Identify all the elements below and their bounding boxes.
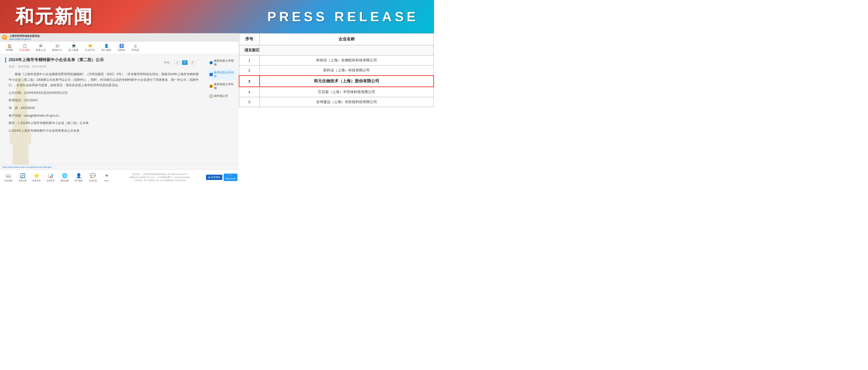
row-3-num: 3: [239, 76, 259, 87]
browser-nav-bar: 沪 上海市经济和信息化委员会 www.sheitc.sh.gov.cn: [0, 33, 239, 41]
toolbar-icon-group: 📖 经信资辉 🔄 在线办事 ⭐ 政务资讯 📊 在线资讯 🌐 网站地图: [1, 170, 114, 184]
zhengwu-icon: 🏛: [39, 44, 43, 48]
highlighted-company-row: 3 和元生物技术（上海）股份有限公司: [239, 76, 433, 87]
sitemap-icon: 🌐: [62, 173, 67, 179]
toolbar-info-text: 主办单位：上海市经济和信息化委员会 沪ICP备02106245号-2 邮编200…: [130, 173, 190, 182]
user-icon: 👤: [104, 44, 108, 48]
online-service-icon: 🔄: [20, 173, 25, 179]
govt-badge-icon: 🏛: [208, 176, 210, 179]
article-body: 根据《上海市优质中小企业梯度培育管理实施细则》（沪经信规范〔2022〕8号），经…: [5, 71, 200, 133]
nav-zhengwu[interactable]: 🏛 政务公开: [33, 41, 49, 54]
header-title-chinese: 和元新闻: [16, 4, 93, 29]
font-small-btn[interactable]: 小: [174, 60, 180, 65]
toolbar-data[interactable]: 📊 在线资讯: [43, 170, 58, 184]
row-3-company: 和元生物技术（上海）股份有限公司: [259, 76, 433, 87]
info-toolbar-icon: ⭐: [34, 173, 39, 179]
article-content: 字号： 小 中 大 2024年上海市专精特新中小企业名单（第二批）公示 来源： …: [0, 54, 203, 169]
toolbar-user[interactable]: 👤 用户服务: [71, 170, 86, 184]
nav-user[interactable]: 👤 用户服务: [98, 41, 115, 54]
nav-news[interactable]: 📰 新闻中心: [49, 41, 65, 54]
url-bar: https://www.sheitc.sh.gov.cn/xxgk/index.…: [0, 164, 239, 169]
toolbar-interact[interactable]: 💬 互动交流: [86, 170, 100, 184]
nav-accessibility[interactable]: ♿ 无障碍: [115, 41, 128, 54]
font-size-controls: 字号： 小 中 大: [164, 60, 195, 65]
font-large-btn[interactable]: 大: [190, 60, 195, 65]
table-row: 1 科镁信（上海）生物医药科技有限公司: [239, 56, 433, 65]
bottom-toolbar: 📖 经信资辉 🔄 在线办事 ⭐ 政务资讯 📊 在线资讯 🌐 网站地图: [0, 169, 239, 185]
data-icon: 📊: [48, 173, 54, 179]
info-guide-icon: 🔵: [210, 61, 213, 64]
online-icon: 💻: [71, 44, 76, 48]
sidebar-item-annual-report[interactable]: 🖨 政府信息公开年报: [208, 81, 237, 92]
sidebar-item-request[interactable]: 📋 依申请公开: [208, 93, 237, 99]
accessibility-badge: ♿ 适老化无障碍: [224, 174, 238, 181]
company-table-section: 序号 企业名称 浦东新区 1 科镁信（上海）生物医药科技有限公司 2 医科达（上…: [239, 33, 434, 185]
jingxin-toolbar-icon: 📖: [6, 173, 11, 179]
paragraph-6: 附件：1.2024年上海市专精特新中小企业（第二批）公示单: [9, 120, 200, 126]
site-url: www.sheitc.sh.gov.cn: [9, 38, 40, 40]
toolbar-right-badges: 🏛 政府网站 ♿ 适老化无障碍: [206, 174, 238, 181]
accessibility-badge-icon: ♿: [229, 175, 232, 177]
row-1-company: 科镁信（上海）生物医药科技有限公司: [259, 56, 433, 65]
row-5-num: 5: [239, 97, 259, 107]
home-icon: 🏠: [7, 44, 12, 48]
paragraph-4: 传 真：64228018: [9, 105, 200, 111]
toolbar-info[interactable]: ⭐ 政务资讯: [29, 170, 43, 184]
news-icon: 📰: [55, 44, 60, 48]
nav-home[interactable]: 🏠 HOME: [3, 41, 17, 54]
toolbar-sitemap[interactable]: 🌐 网站地图: [58, 170, 71, 184]
company-list-table: 序号 企业名称 浦东新区 1 科镁信（上海）生物医药科技有限公司 2 医科达（上…: [239, 33, 434, 107]
site-logo: 沪: [2, 35, 7, 40]
annual-report-icon: 🖨: [210, 85, 213, 88]
sidebar-item-info-content[interactable]: 🟦 政府信息公开内容: [208, 69, 237, 80]
request-icon: 📋: [210, 95, 213, 98]
row-5-company: 全球捷运（上海）供应链科技有限公司: [259, 97, 433, 107]
nav-online[interactable]: 💻 线上服务: [65, 41, 82, 54]
elderly-icon: 🖨: [133, 44, 137, 48]
toolbar-more[interactable]: + More: [100, 170, 114, 184]
nav-jingxin[interactable]: 📋 经信资辉: [17, 41, 33, 54]
table-header-num: 序号: [239, 33, 259, 45]
source-date-line: 来源： 发布日期：2024-09-06: [5, 65, 200, 68]
interact-icon: 💬: [90, 173, 96, 179]
more-icon: +: [105, 173, 108, 179]
browser-section: 沪 上海市经济和信息化委员会 www.sheitc.sh.gov.cn 🏠 HO…: [0, 33, 239, 185]
interactive-icon: 🤝: [88, 44, 92, 48]
header-banner: 和元新闻 PRESS RELEASE: [0, 0, 434, 33]
user-toolbar-icon: 👤: [76, 173, 82, 179]
row-4-company: 芯启源（上海）半导体科技有限公司: [259, 87, 433, 97]
row-4-num: 4: [239, 87, 259, 97]
sidebar-navigation: 🔵 政府信息公开指南 🟦 政府信息公开内容 🖨 政府信息公开年报 📋 依申请公开: [206, 54, 239, 169]
paragraph-7: 2.2024年上海市专精特新中小企业简单更名公示名单: [9, 128, 200, 134]
accessibility-icon: ♿: [119, 44, 124, 48]
nav-interactive[interactable]: 🤝 互动平台: [82, 41, 98, 54]
site-org-name: 上海市经济和信息化委员会: [9, 34, 40, 38]
content-wrapper: 字号： 小 中 大 2024年上海市专精特新中小企业名单（第二批）公示 来源： …: [0, 54, 239, 169]
table-row: 2 医科达（上海）科技有限公司: [239, 65, 433, 76]
row-1-num: 1: [239, 56, 259, 65]
sidebar-item-info-guide[interactable]: 🔵 政府信息公开指南: [208, 57, 237, 68]
top-navigation: 🏠 HOME 📋 经信资辉 🏛 政务公开 📰 新闻中心 💻 线上服务 🤝: [0, 41, 239, 54]
paragraph-2: 公示日期：2024年9月6日至2024年9月12日: [9, 90, 200, 96]
row-2-num: 2: [239, 65, 259, 76]
nav-elderly[interactable]: 🖨 关怀版: [128, 41, 142, 54]
row-2-company: 医科达（上海）科技有限公司: [259, 65, 433, 76]
main-content: 沪 上海市经济和信息化委员会 www.sheitc.sh.gov.cn 🏠 HO…: [0, 33, 434, 185]
table-wrapper: 序号 企业名称 浦东新区 1 科镁信（上海）生物医药科技有限公司 2 医科达（上…: [239, 33, 434, 185]
toolbar-online-service[interactable]: 🔄 在线办事: [16, 170, 29, 184]
govt-website-badge: 🏛 政府网站: [206, 175, 222, 180]
info-content-icon: 🟦: [210, 73, 213, 76]
paragraph-3: 联系电话：23119342: [9, 98, 200, 103]
table-header-name: 企业名称: [259, 33, 433, 45]
district-header-row: 浦东新区: [239, 45, 433, 56]
paragraph-1: 根据《上海市优质中小企业梯度培育管理实施细则》（沪经信规范〔2022〕8号），经…: [9, 71, 200, 88]
table-row: 4 芯启源（上海）半导体科技有限公司: [239, 87, 433, 97]
font-medium-btn[interactable]: 中: [182, 60, 188, 65]
paragraph-5: 电子信箱：wangjh@sheitc.sh.gov.cn。: [9, 113, 200, 119]
district-name: 浦东新区: [239, 45, 433, 56]
table-row: 5 全球捷运（上海）供应链科技有限公司: [239, 97, 433, 107]
header-title-english: PRESS RELEASE: [267, 9, 418, 24]
toolbar-jingxin[interactable]: 📖 经信资辉: [1, 170, 16, 184]
jingxin-icon: 📋: [23, 44, 27, 48]
